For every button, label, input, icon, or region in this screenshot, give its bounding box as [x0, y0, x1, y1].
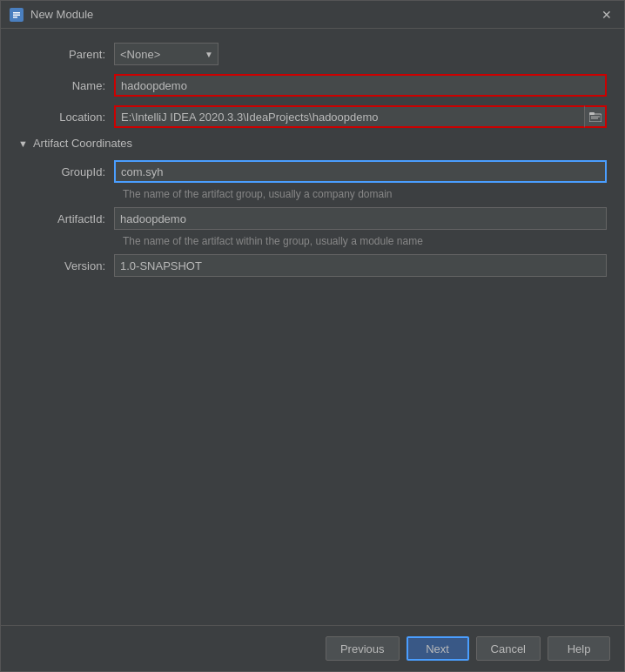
cancel-button[interactable]: Cancel [476, 636, 541, 661]
close-button[interactable]: ✕ [598, 6, 615, 24]
groupid-row: GroupId: [27, 160, 607, 183]
module-icon [10, 8, 24, 22]
artifactid-label: ArtifactId: [27, 212, 114, 225]
section-collapse-arrow[interactable]: ▼ [18, 138, 28, 149]
location-label: Location: [18, 111, 114, 124]
location-wrapper [114, 105, 607, 128]
svg-rect-1 [13, 12, 20, 14]
artifactid-hint: The name of the artifact within the grou… [27, 235, 607, 247]
dialog-footer: Previous Next Cancel Help [1, 625, 624, 671]
previous-button[interactable]: Previous [326, 636, 400, 661]
name-row: Name: [18, 74, 607, 97]
next-button[interactable]: Next [407, 636, 469, 661]
help-button[interactable]: Help [548, 636, 610, 661]
title-bar: New Module ✕ [1, 1, 624, 29]
svg-rect-2 [13, 14, 20, 16]
artifactid-row: ArtifactId: [27, 207, 607, 230]
parent-select[interactable]: <None> [114, 43, 218, 65]
groupid-input[interactable] [114, 160, 607, 183]
version-row: Version: [27, 254, 607, 277]
svg-rect-5 [589, 112, 595, 115]
artifact-section: GroupId: The name of the artifact group,… [18, 160, 607, 277]
groupid-label: GroupId: [27, 165, 114, 178]
name-label: Name: [18, 79, 114, 92]
parent-label: Parent: [18, 48, 114, 61]
dialog-new-module: New Module ✕ Parent: <None> ▼ Name: Loca… [0, 0, 625, 672]
groupid-hint: The name of the artifact group, usually … [27, 188, 607, 200]
artifact-section-title: Artifact Coordinates [33, 137, 132, 150]
svg-rect-3 [13, 17, 17, 18]
parent-row: Parent: <None> ▼ [18, 43, 607, 65]
location-browse-button[interactable] [584, 105, 607, 128]
artifact-section-header: ▼ Artifact Coordinates [18, 137, 607, 150]
version-input[interactable] [114, 254, 607, 277]
dialog-content: Parent: <None> ▼ Name: Location: [1, 29, 624, 625]
location-input[interactable] [114, 105, 584, 128]
parent-select-wrapper: <None> ▼ [114, 43, 218, 65]
location-row: Location: [18, 105, 607, 128]
name-input[interactable] [114, 74, 607, 97]
dialog-title: New Module [30, 8, 591, 21]
version-label: Version: [27, 259, 114, 272]
artifactid-input[interactable] [114, 207, 607, 230]
